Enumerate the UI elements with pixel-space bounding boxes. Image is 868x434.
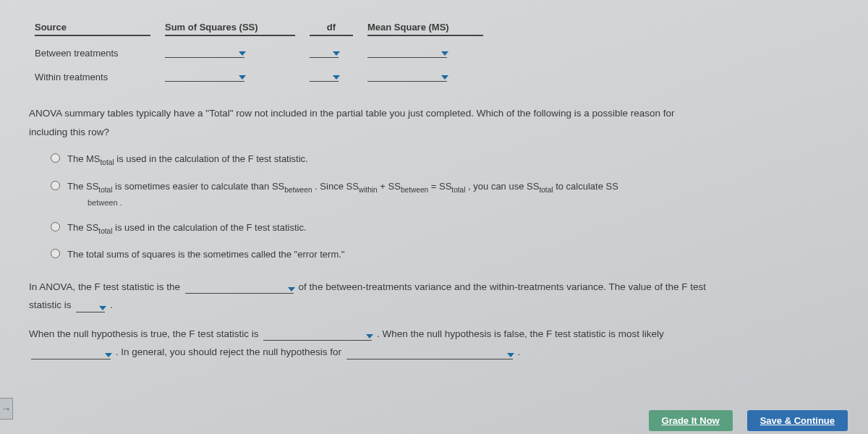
q3-blank-true[interactable] [263,325,372,344]
chevron-down-icon [441,75,448,80]
cell-within-df[interactable] [310,69,353,84]
chevron-down-icon [239,75,246,80]
arrow-right-icon: → [1,403,12,414]
choice-1[interactable]: The MStotal is used in the calculation o… [51,151,839,169]
row-between-label: Between treatments [35,48,150,60]
question2: In ANOVA, the F test statistic is the of… [29,278,839,315]
cell-between-ss[interactable] [165,45,295,60]
save-continue-button[interactable]: Save & Continue [747,410,848,431]
radio-icon[interactable] [51,181,60,190]
q2-blank-value[interactable] [76,296,105,315]
choice-2[interactable]: The SStotal is sometimes easier to calcu… [51,179,839,210]
cell-within-ss[interactable] [165,69,295,84]
chevron-down-icon [239,51,246,56]
grade-it-now-button[interactable]: Grade It Now [649,410,733,431]
radio-icon[interactable] [51,153,60,163]
question1-choices: The MStotal is used in the calculation o… [51,151,839,263]
radio-icon[interactable] [51,222,60,231]
anova-table: Source Sum of Squares (SS) df Mean Squar… [35,22,839,84]
chevron-down-icon [99,306,106,310]
choice-1-text: The MStotal is used in the calculation o… [67,151,839,169]
chevron-down-icon [105,353,112,357]
chevron-down-icon [441,51,448,56]
choice-3[interactable]: The SStotal is used in the calculation o… [51,220,839,237]
col-header-source: Source [35,22,150,36]
col-header-ms: Mean Square (MS) [367,22,483,36]
question1-prompt: ANOVA summary tables typically have a "T… [29,104,839,141]
chevron-down-icon [288,287,295,292]
choice-2-continuation: between . [88,196,839,210]
cell-between-df[interactable] [310,45,353,60]
q3-blank-false[interactable] [31,343,111,362]
question3: When the null hypothesis is true, the F … [29,325,839,362]
button-row: Grade It Now Save & Continue [649,410,848,431]
choice-2-text: The SStotal is sometimes easier to calcu… [67,179,839,210]
q1-line1: ANOVA summary tables typically have a "T… [29,108,675,119]
cell-within-ms[interactable] [367,69,483,84]
q3-blank-reject[interactable] [346,343,513,362]
cell-between-ms[interactable] [367,45,483,60]
q1-line2: including this row? [29,127,109,137]
chevron-down-icon [333,51,340,56]
chevron-down-icon [333,75,340,80]
col-header-df: df [310,22,353,36]
chevron-down-icon [366,334,373,339]
choice-4[interactable]: The total sums of squares is the sometim… [51,247,839,263]
left-arrow-tab[interactable]: → [0,398,13,420]
chevron-down-icon [507,353,514,357]
worksheet-page: Source Sum of Squares (SS) df Mean Squar… [0,0,868,434]
q2-blank-ratio[interactable] [185,278,294,297]
choice-4-text: The total sums of squares is the sometim… [67,247,839,263]
choice-3-text: The SStotal is used in the calculation o… [67,220,839,237]
row-within-label: Within treatments [35,72,150,84]
col-header-ss: Sum of Squares (SS) [165,22,295,36]
radio-icon[interactable] [51,249,60,258]
